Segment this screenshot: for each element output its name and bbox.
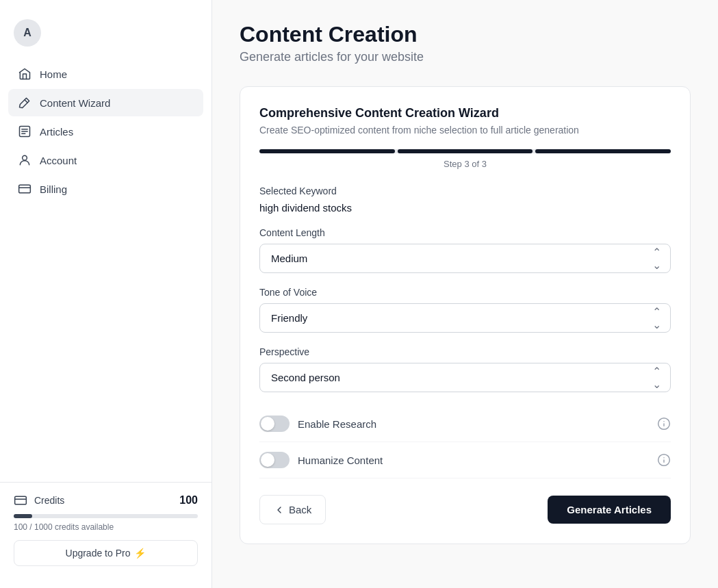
sidebar-item-home[interactable]: Home bbox=[8, 60, 203, 88]
sidebar-item-home-label: Home bbox=[40, 68, 67, 80]
sidebar-item-billing-label: Billing bbox=[40, 183, 67, 195]
content-length-select[interactable]: Short Medium Long bbox=[259, 244, 671, 273]
svg-rect-6 bbox=[19, 185, 31, 193]
main-content: Content Creation Generate articles for y… bbox=[212, 0, 718, 588]
perspective-select[interactable]: First person Second person Third person bbox=[259, 363, 671, 392]
sidebar-item-articles-label: Articles bbox=[40, 126, 73, 138]
step-label: Step 3 of 3 bbox=[259, 159, 671, 169]
credits-value: 100 bbox=[179, 494, 198, 507]
content-length-wrapper: Short Medium Long ⌃⌄ bbox=[259, 244, 671, 273]
svg-rect-8 bbox=[15, 496, 27, 504]
content-length-label: Content Length bbox=[259, 227, 671, 238]
tone-select[interactable]: Professional Friendly Casual Formal bbox=[259, 303, 671, 333]
back-icon bbox=[274, 504, 285, 515]
credits-icon bbox=[14, 494, 27, 507]
bolt-icon: ⚡ bbox=[134, 548, 146, 559]
generate-label: Generate Articles bbox=[567, 504, 652, 515]
credits-sub-label: 100 / 1000 credits available bbox=[14, 522, 198, 532]
wand-icon bbox=[18, 96, 31, 110]
humanize-toggle-label: Humanize Content bbox=[298, 455, 383, 466]
credits-header: Credits 100 bbox=[14, 494, 198, 507]
wizard-title: Comprehensive Content Creation Wizard bbox=[259, 106, 671, 120]
actions-row: Back Generate Articles bbox=[259, 495, 671, 524]
credits-bar-bg bbox=[14, 514, 198, 518]
credits-label: Credits bbox=[34, 495, 64, 506]
progress-segment-2 bbox=[398, 149, 533, 153]
progress-track bbox=[259, 149, 671, 153]
selected-keyword-label: Selected Keyword bbox=[259, 186, 671, 196]
sidebar-item-billing[interactable]: Billing bbox=[8, 175, 203, 203]
page-title: Content Creation bbox=[240, 22, 691, 47]
wizard-description: Create SEO-optimized content from niche … bbox=[259, 125, 671, 136]
back-label: Back bbox=[289, 504, 311, 515]
tone-label: Tone of Voice bbox=[259, 287, 671, 298]
credits-bar-fill bbox=[14, 514, 32, 518]
content-length-group: Content Length Short Medium Long ⌃⌄ bbox=[259, 227, 671, 273]
home-icon bbox=[18, 67, 31, 81]
humanize-toggle[interactable] bbox=[259, 452, 290, 468]
credits-area: Credits 100 100 / 1000 credits available… bbox=[0, 482, 211, 577]
billing-icon bbox=[18, 182, 31, 196]
sidebar-item-account[interactable]: Account bbox=[8, 146, 203, 174]
humanize-info-icon[interactable] bbox=[657, 453, 671, 467]
research-toggle-thumb bbox=[261, 417, 274, 431]
humanize-toggle-thumb bbox=[261, 453, 274, 467]
sidebar-item-articles[interactable]: Articles bbox=[8, 118, 203, 145]
nav-items: Home Content Wizard Articles Account bbox=[0, 60, 211, 482]
credits-left: Credits bbox=[14, 494, 64, 507]
generate-articles-button[interactable]: Generate Articles bbox=[548, 496, 671, 524]
sidebar-item-content-wizard[interactable]: Content Wizard bbox=[8, 89, 203, 116]
back-button[interactable]: Back bbox=[259, 495, 326, 524]
tone-group: Tone of Voice Professional Friendly Casu… bbox=[259, 287, 671, 333]
research-toggle[interactable] bbox=[259, 416, 290, 432]
account-icon bbox=[18, 153, 31, 167]
sidebar-item-content-wizard-label: Content Wizard bbox=[40, 97, 110, 109]
humanize-toggle-left: Humanize Content bbox=[259, 452, 383, 468]
upgrade-button[interactable]: Upgrade to Pro ⚡ bbox=[14, 540, 198, 566]
research-info-icon[interactable] bbox=[657, 417, 671, 431]
svg-line-0 bbox=[25, 100, 27, 103]
humanize-content-row: Humanize Content bbox=[259, 442, 671, 478]
sidebar: A Home Content Wizard Articles bbox=[0, 0, 212, 588]
progress-segment-3 bbox=[535, 149, 671, 153]
tone-wrapper: Professional Friendly Casual Formal ⌃⌄ bbox=[259, 303, 671, 333]
wizard-card: Comprehensive Content Creation Wizard Cr… bbox=[240, 86, 691, 544]
perspective-group: Perspective First person Second person T… bbox=[259, 346, 671, 392]
sidebar-item-account-label: Account bbox=[40, 155, 77, 166]
avatar[interactable]: A bbox=[14, 19, 41, 47]
progress-bar bbox=[259, 149, 671, 153]
avatar-area: A bbox=[0, 11, 211, 60]
perspective-wrapper: First person Second person Third person … bbox=[259, 363, 671, 392]
perspective-label: Perspective bbox=[259, 346, 671, 357]
articles-icon bbox=[18, 125, 31, 138]
progress-segment-1 bbox=[259, 149, 395, 153]
selected-keyword-value: high dividend stocks bbox=[259, 202, 671, 214]
research-toggle-label: Enable Research bbox=[298, 418, 376, 430]
enable-research-row: Enable Research bbox=[259, 406, 671, 442]
svg-point-5 bbox=[23, 155, 27, 160]
page-subtitle: Generate articles for your website bbox=[240, 50, 691, 64]
upgrade-label: Upgrade to Pro bbox=[66, 548, 131, 559]
selected-keyword-group: Selected Keyword high dividend stocks bbox=[259, 186, 671, 214]
research-toggle-left: Enable Research bbox=[259, 416, 376, 432]
